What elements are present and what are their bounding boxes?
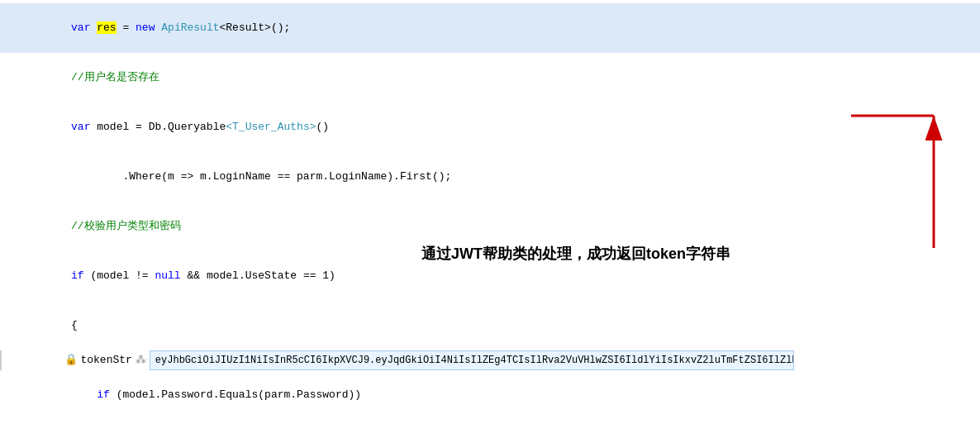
lock-icon: 🔒 <box>64 352 78 369</box>
code-editor: var res = new ApiResult<Result>(); //用户名… <box>0 0 980 424</box>
code-line-4: .Where(m => m.LoginName == parm.LoginNam… <box>0 152 980 202</box>
code-line-tokenstr: 🔒 tokenStr ⁂ eyJhbGciOiJIUzI1NiIsInR5cCI… <box>0 350 980 370</box>
code-line-9: if (model.Password.Equals(parm.Password)… <box>0 370 980 420</box>
code-line-2: //用户名是否存在 <box>0 53 980 102</box>
code-line-1: var res = new ApiResult<Result>(); <box>0 3 980 53</box>
code-line-3: var model = Db.Queryable<T_User_Auths>() <box>0 102 980 152</box>
code-line-5: //校验用户类型和密码 <box>0 202 980 251</box>
code-line-10: { <box>0 420 980 424</box>
jwt-value-display: eyJhbGciOiJIUzI1NiIsInR5cCI6IkpXVCJ9.eyJ… <box>150 350 794 370</box>
code-line-6: if (model != null && model.UseState == 1… <box>0 251 980 301</box>
code-line-7: { <box>0 301 980 350</box>
